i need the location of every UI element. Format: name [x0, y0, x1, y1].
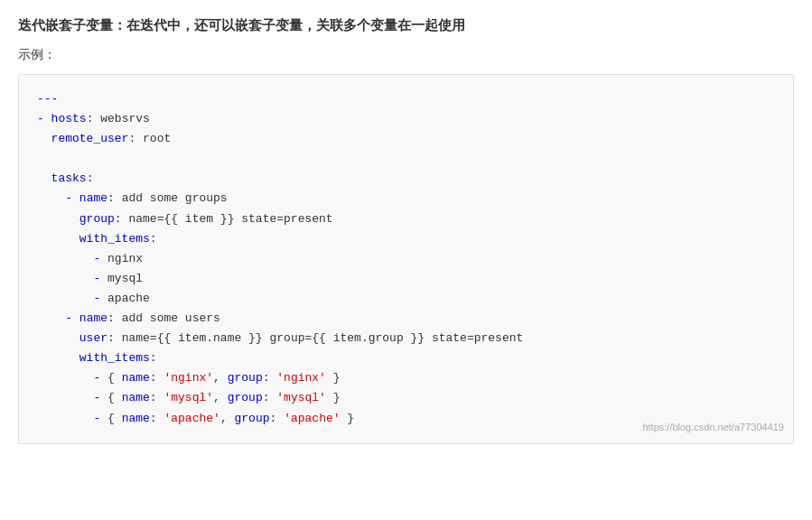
code-line-13: user: name={{ item.name }} group={{ item… [37, 329, 775, 348]
code-line-14: with_items: [37, 348, 775, 368]
code-line-2: - hosts: websrvs [37, 109, 775, 129]
code-line-10: - mysql [37, 269, 775, 289]
watermark: https://blog.csdn.net/a77304419 [642, 419, 784, 436]
code-line-6: - name: add some groups [37, 189, 775, 209]
code-line-3: remote_user: root [37, 129, 775, 149]
code-line-11: - apache [37, 289, 775, 309]
example-label: 示例： [18, 47, 794, 63]
code-block: --- - hosts: websrvs remote_user: root t… [18, 74, 794, 444]
heading-line: 迭代嵌套子变量：在迭代中，还可以嵌套子变量，关联多个变量在一起使用 [18, 14, 794, 36]
code-line-12: - name: add some users [37, 309, 775, 329]
code-line-15: - { name: 'nginx', group: 'nginx' } [37, 368, 775, 388]
code-line-7: group: name={{ item }} state=present [37, 209, 775, 229]
code-line-16: - { name: 'mysql', group: 'mysql' } [37, 388, 775, 408]
code-line-5: tasks: [37, 169, 775, 189]
code-line-8: with_items: [37, 229, 775, 249]
heading-description: 在迭代中，还可以嵌套子变量，关联多个变量在一起使用 [126, 17, 465, 32]
code-line-1: --- [37, 89, 775, 109]
code-line-4 [37, 149, 775, 169]
code-line-9: - nginx [37, 249, 775, 269]
heading-title: 迭代嵌套子变量： [18, 17, 126, 32]
